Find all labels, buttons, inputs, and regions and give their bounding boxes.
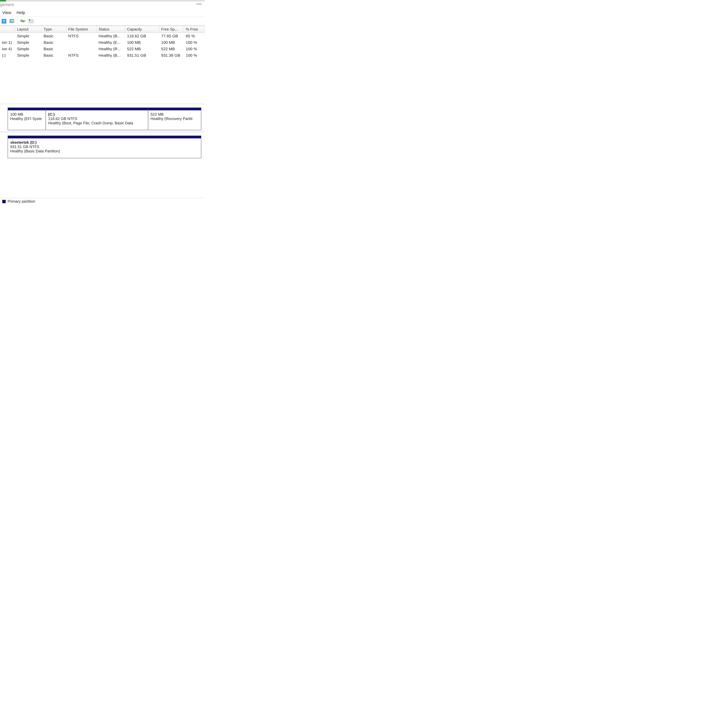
loading-strip xyxy=(0,0,205,2)
legend: Primary partition xyxy=(0,198,205,205)
partition-size: 118.62 GB NTFS xyxy=(48,116,145,121)
minimize-button[interactable]: — xyxy=(196,2,203,5)
menubar: View Help xyxy=(0,9,205,17)
primary-partition-swatch xyxy=(2,200,6,203)
cell-type: Basic xyxy=(42,46,66,52)
disk-0-pane: 100 MB Healthy (EFI Syste (C:) 118.62 GB… xyxy=(0,104,205,132)
cell-layout: Simple xyxy=(15,46,42,52)
partition-size: 100 MB xyxy=(10,112,43,116)
cell-capacity: 522 MB xyxy=(125,46,159,52)
help-button[interactable]: ? xyxy=(1,18,7,24)
volume-row[interactable]: ion 1) Simple Basic Healthy (E... 100 MB… xyxy=(0,39,205,46)
cell-status: Healthy (B... xyxy=(97,52,125,58)
cell-type: Basic xyxy=(42,33,66,39)
rescan-icon xyxy=(20,19,26,23)
cell-pct: 100 % xyxy=(184,46,205,52)
cell-fs: NTFS xyxy=(66,33,97,39)
partition-status: Healthy (EFI Syste xyxy=(10,116,43,121)
disk0-part-recovery[interactable]: 522 MB Healthy (Recovery Partiti xyxy=(148,108,201,130)
volume-list: Layout Type File System Status Capacity … xyxy=(0,26,205,58)
cell-pct: 100 % xyxy=(184,40,205,45)
cell-free: 522 MB xyxy=(159,46,184,52)
disk0-part-c[interactable]: (C:) 118.62 GB NTFS Healthy (Boot, Page … xyxy=(46,108,148,130)
partition-status: Healthy (Basic Data Partition) xyxy=(10,149,199,153)
cell-capacity: 931.51 GB xyxy=(125,52,159,58)
cell-free: 77.65 GB xyxy=(159,33,184,39)
cell-volume: ):) xyxy=(0,52,15,58)
rescan-button[interactable] xyxy=(20,18,26,24)
cell-status: Healthy (R... xyxy=(97,46,125,52)
col-pctfree[interactable]: % Free xyxy=(184,26,205,33)
col-status[interactable]: Status xyxy=(97,26,125,33)
volume-row[interactable]: ):) Simple Basic NTFS Healthy (B... 931.… xyxy=(0,52,205,58)
partition-size: 931.51 GB NTFS xyxy=(10,145,199,149)
layout-icon xyxy=(10,19,14,23)
cell-fs: NTFS xyxy=(66,52,97,58)
menu-view[interactable]: View xyxy=(2,10,11,15)
window-title: gement xyxy=(0,2,14,7)
col-layout[interactable]: Layout xyxy=(15,26,42,33)
cell-status: Healthy (E... xyxy=(97,40,125,45)
partition-size: 522 MB xyxy=(150,112,199,116)
col-type[interactable]: Type xyxy=(42,26,66,33)
disk1-part-d[interactable]: skeetertek (D:) 931.51 GB NTFS Healthy (… xyxy=(8,136,201,158)
cell-capacity: 118.62 GB xyxy=(125,33,159,39)
toolbar: ? xyxy=(0,17,205,26)
toolbar-separator xyxy=(17,18,18,24)
cell-free: 931.38 GB xyxy=(159,52,184,58)
col-filesystem[interactable]: File System xyxy=(66,26,97,33)
cell-fs xyxy=(66,46,97,52)
volume-row[interactable]: ion 4) Simple Basic Healthy (R... 522 MB… xyxy=(0,46,205,52)
partition-name: skeetertek (D:) xyxy=(10,140,199,145)
cell-pct: 65 % xyxy=(184,33,205,39)
cell-pct: 100 % xyxy=(184,52,205,58)
cell-volume: ion 1) xyxy=(0,40,15,45)
volume-row[interactable]: Simple Basic NTFS Healthy (B... 118.62 G… xyxy=(0,33,205,39)
properties-button[interactable] xyxy=(28,18,34,24)
titlebar: gement — xyxy=(0,2,205,9)
disk-1-pane: skeetertek (D:) 931.51 GB NTFS Healthy (… xyxy=(0,132,205,160)
volume-list-empty-area xyxy=(0,58,205,104)
help-icon: ? xyxy=(2,19,6,23)
volume-list-header[interactable]: Layout Type File System Status Capacity … xyxy=(0,26,205,33)
col-capacity[interactable]: Capacity xyxy=(125,26,159,33)
cell-layout: Simple xyxy=(15,52,42,58)
cell-layout: Simple xyxy=(15,33,42,39)
cell-type: Basic xyxy=(42,40,66,45)
cell-layout: Simple xyxy=(15,40,42,45)
partition-name: (C:) xyxy=(48,112,145,116)
cell-fs xyxy=(66,40,97,45)
properties-icon xyxy=(29,19,34,23)
disk0-part-efi[interactable]: 100 MB Healthy (EFI Syste xyxy=(8,108,46,130)
cell-type: Basic xyxy=(42,52,66,58)
col-volume[interactable] xyxy=(0,26,15,33)
col-free[interactable]: Free Sp... xyxy=(159,26,184,33)
cell-volume xyxy=(0,33,15,39)
legend-primary-label: Primary partition xyxy=(8,199,35,203)
disk-management-window: gement — View Help ? Layout Type File Sy… xyxy=(0,0,205,205)
cell-capacity: 100 MB xyxy=(125,40,159,45)
cell-volume: ion 4) xyxy=(0,46,15,52)
partition-status: Healthy (Recovery Partiti xyxy=(150,116,199,121)
menu-help[interactable]: Help xyxy=(17,10,25,15)
layout-button[interactable] xyxy=(9,18,15,24)
partition-status: Healthy (Boot, Page File, Crash Dump, Ba… xyxy=(48,121,145,125)
cell-free: 100 MB xyxy=(159,40,184,45)
cell-status: Healthy (B... xyxy=(97,33,125,39)
